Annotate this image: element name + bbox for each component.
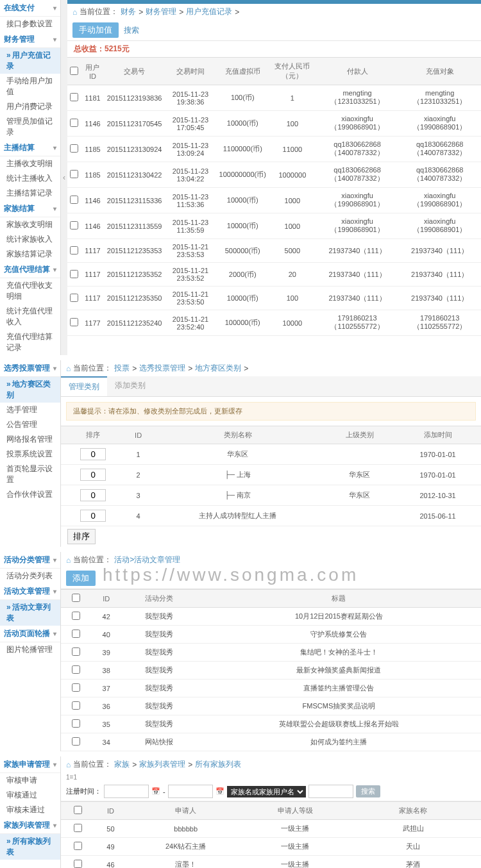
sort-input[interactable] <box>80 510 106 522</box>
sidebar-item[interactable]: 用户消费记录 <box>0 99 60 114</box>
sidebar-header[interactable]: 活动分类管理▾ <box>0 552 60 569</box>
search-button[interactable]: 搜索 <box>356 785 380 797</box>
sidebar-header[interactable]: 主播结算▾ <box>0 140 60 156</box>
row-checkbox[interactable] <box>72 647 80 656</box>
row-checkbox[interactable] <box>70 119 78 127</box>
add-button[interactable]: 添加 <box>66 571 96 586</box>
sidebar-item[interactable]: 主播收支明细 <box>0 156 60 171</box>
sidebar-item[interactable]: 用户充值记录 <box>0 48 60 74</box>
calendar-icon[interactable]: 📅 <box>215 787 224 796</box>
row-checkbox[interactable] <box>70 144 78 153</box>
col-header: 申请人等级 <box>245 802 346 820</box>
sidebar-item[interactable]: 家族收支明细 <box>0 217 60 232</box>
sidebar-item[interactable]: 所有家族列表 <box>0 834 60 860</box>
date-from-input[interactable] <box>104 785 149 798</box>
sort-input[interactable] <box>80 469 106 481</box>
manual-add-button[interactable]: 手动加值 <box>72 22 119 38</box>
sidebar-header[interactable]: 家族结算▾ <box>0 201 60 217</box>
row-checkbox[interactable] <box>70 170 78 178</box>
category-table: 排序ID类别名称上级类别添加时间 1华东区1970-01-012├─ 上海华东区… <box>61 426 481 526</box>
sort-input[interactable] <box>80 448 106 460</box>
sidebar-item[interactable]: 投票系统设置 <box>0 447 60 462</box>
row-checkbox[interactable] <box>72 630 80 638</box>
select-all-checkbox[interactable] <box>74 806 82 814</box>
home-icon[interactable]: ⌂ <box>66 364 71 373</box>
recharge-table: 用户ID交易号交易时间充值虚拟币支付人民币（元）付款人充值对象 11812015… <box>67 57 481 336</box>
sidebar-header[interactable]: 家族列表管理▾ <box>0 817 60 834</box>
crumb-finance[interactable]: 财务 <box>121 6 136 17</box>
home-icon[interactable]: ⌂ <box>66 556 71 565</box>
search-link[interactable]: 搜索 <box>124 25 139 36</box>
sidebar-header[interactable]: 活动页面轮播▾ <box>0 626 60 642</box>
sidebar-item[interactable]: 充值代理结算记录 <box>0 330 60 355</box>
crumb-fm[interactable]: 财务管理 <box>146 6 176 17</box>
sidebar-header[interactable]: 财务管理▾ <box>0 31 60 48</box>
sidebar-item[interactable]: 合作伙伴设置 <box>0 487 60 502</box>
sidebar-item[interactable]: 地方赛区类别 <box>0 377 60 403</box>
row-checkbox[interactable] <box>70 196 78 204</box>
row-checkbox[interactable] <box>70 246 78 255</box>
sidebar-item[interactable]: 管理员加值记录 <box>0 114 60 140</box>
collapse-handle[interactable]: ‹ <box>61 0 67 355</box>
sidebar-header[interactable]: 在线支付▾ <box>0 0 60 17</box>
sidebar-item[interactable]: 手动给用户加值 <box>0 74 60 99</box>
row-checkbox[interactable] <box>72 683 80 692</box>
chevron-down-icon: ▾ <box>53 588 56 595</box>
date-to-input[interactable] <box>168 785 213 798</box>
row-checkbox[interactable] <box>74 842 82 850</box>
col-header: ID <box>92 590 121 608</box>
row-checkbox[interactable] <box>72 701 80 710</box>
sidebar-header[interactable]: 家族申请管理▾ <box>0 756 60 773</box>
sidebar-item[interactable]: 统计充值代理收入 <box>0 304 60 330</box>
row-checkbox[interactable] <box>74 824 82 832</box>
sidebar-item[interactable]: 统计家族收入 <box>0 232 60 247</box>
crumb-recharge[interactable]: 用户充值记录 <box>186 6 232 17</box>
sidebar-item[interactable]: 选手管理 <box>0 403 60 417</box>
row-checkbox[interactable] <box>70 318 78 326</box>
sidebar-item[interactable]: 家族结算记录 <box>0 247 60 262</box>
sidebar-item[interactable]: 公告管理 <box>0 417 60 432</box>
sidebar-item[interactable]: 接口参数设置 <box>0 17 60 31</box>
row-checkbox[interactable] <box>72 719 80 728</box>
row-checkbox[interactable] <box>72 665 80 674</box>
sidebar-item[interactable]: 活动分类列表 <box>0 569 60 583</box>
home-icon[interactable]: ⌂ <box>66 760 71 769</box>
sidebar-item[interactable]: 统计主播收入 <box>0 171 60 186</box>
row-checkbox[interactable] <box>70 270 78 278</box>
sidebar-header[interactable]: 充值代理结算▾ <box>0 262 60 278</box>
table-row: 1117201511212353522015-11-21 23:53:52200… <box>67 263 481 287</box>
select-all-checkbox[interactable] <box>72 594 80 602</box>
sidebar-header[interactable]: 选秀投票管理▾ <box>0 360 60 377</box>
sidebar-item[interactable]: 图片轮播管理 <box>0 642 60 657</box>
sidebar-item[interactable]: 活动文章列表 <box>0 600 60 626</box>
table-row: 2├─ 上海华东区1970-01-01 <box>61 465 481 485</box>
row-checkbox[interactable] <box>74 860 82 868</box>
table-row: 1177201511212352402015-11-21 23:52:40100… <box>67 310 481 336</box>
row-checkbox[interactable] <box>70 221 78 230</box>
sort-input[interactable] <box>80 489 106 501</box>
sidebar-header[interactable]: 活动文章管理▾ <box>0 583 60 600</box>
chevron-down-icon: ▾ <box>53 761 56 768</box>
row-checkbox[interactable] <box>72 612 80 620</box>
sort-button[interactable]: 排序 <box>67 529 96 544</box>
select-all-checkbox[interactable] <box>70 67 78 75</box>
row-checkbox[interactable] <box>70 93 78 101</box>
sidebar-item[interactable]: 审核申请 <box>0 773 60 788</box>
sidebar-item[interactable]: 主播结算记录 <box>0 186 60 201</box>
table-row: 1146201511231705452015-11-23 17:05:45100… <box>67 111 481 137</box>
sidebar-item[interactable]: 充值代理收支明细 <box>0 278 60 304</box>
tab-add[interactable]: 添加类别 <box>107 376 153 396</box>
filter-keyword-input[interactable] <box>308 785 353 798</box>
sidebar-item[interactable]: 审核通过 <box>0 788 60 803</box>
row-checkbox[interactable] <box>70 294 78 302</box>
row-checkbox[interactable] <box>72 737 80 746</box>
sidebar-item[interactable]: 网络报名管理 <box>0 432 60 447</box>
filter-select[interactable]: 家族名或家族用户名 <box>227 786 306 797</box>
tab-manage[interactable]: 管理类别 <box>61 376 107 396</box>
breadcrumb: ⌂ 当前位置： 活动>活动文章管理 <box>61 552 481 568</box>
sidebar-item[interactable]: 首页轮显示设置 <box>0 462 60 487</box>
calendar-icon[interactable]: 📅 <box>151 787 160 796</box>
table-row: 40我型我秀守护系统修复公告 <box>61 626 481 644</box>
home-icon[interactable]: ⌂ <box>72 8 77 17</box>
sidebar-item[interactable]: 审核未通过 <box>0 803 60 817</box>
